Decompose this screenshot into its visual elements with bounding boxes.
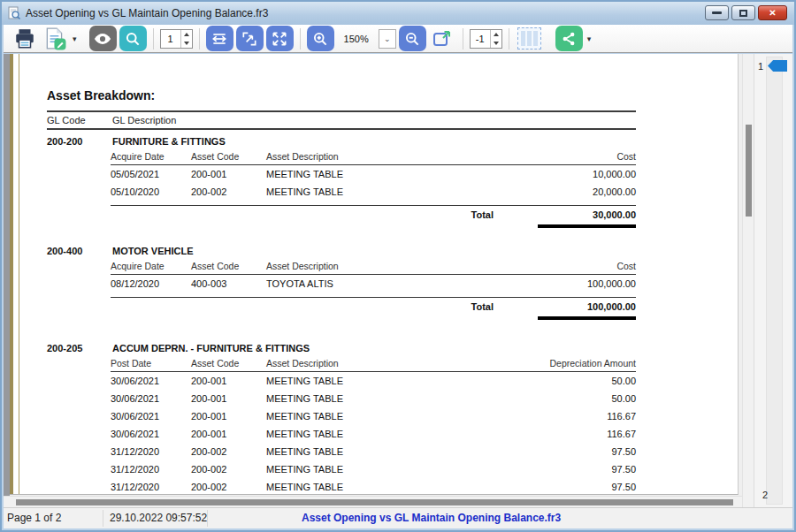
report-viewer-area[interactable]: Asset Breakdown: GL Code GL Description … [4,54,742,507]
share-dropdown-caret[interactable]: ▾ [587,34,592,43]
export-button[interactable] [41,26,68,51]
page-number-spinner[interactable]: 1 [160,29,193,49]
page-number-value: 1 [161,34,180,44]
table-row: 30/06/2021 200-001 MEETING TABLE 50.00 [111,390,636,407]
table-cell: TOYOTA ALTIS [266,275,521,293]
spin-down-icon[interactable] [181,39,192,48]
table-cell: 50.00 [521,390,636,407]
table-cell: 97.50 [521,478,636,495]
report-heading: Asset Breakdown: [47,88,636,103]
table-cell: 20,000.00 [521,183,636,201]
zoom-in-button[interactable] [307,26,334,51]
table-cell: 97.50 [521,460,636,478]
fit-page-button[interactable] [236,26,264,51]
expand-arrows-icon [271,30,288,48]
table-cell: 100,000.00 [521,275,636,293]
table-row: 30/06/2021 200-001 MEETING TABLE 50.00 [111,372,636,390]
table-cell: 30/06/2021 [111,407,191,425]
table-cell: 200-001 [191,425,266,443]
table-cell: 200-002 [191,460,266,478]
spin-down-icon[interactable] [491,39,501,48]
print-button[interactable] [11,26,38,51]
page-left-edge [10,54,13,494]
status-page-info: Page 1 of 2 [7,508,61,528]
shift-spin-buttons[interactable] [490,30,501,48]
page-outline-button[interactable] [516,26,543,51]
shift-value: -1 [471,34,490,44]
subtable-header-row: Post Date Asset Code Asset Description D… [111,357,636,372]
table-cell: MEETING TABLE [266,183,521,201]
vertical-scrollbar-thumb[interactable] [746,125,752,217]
report-preview-window: Asset Opening vs GL Maintain Opening Bal… [0,0,796,532]
page-number-spin-buttons[interactable] [180,30,192,48]
maximize-button[interactable] [731,5,755,20]
table-cell: 200-002 [191,183,266,201]
page-label-1: 1 [758,61,763,72]
export-document-icon [43,27,66,50]
table-row: 30/06/2021 200-001 MEETING TABLE 116.67 [111,425,636,443]
total-value: 30,000.00 [538,206,636,224]
status-filename: Asset Opening vs GL Maintain Opening Bal… [302,508,561,528]
column-header: Acquire Date [111,150,191,164]
table-cell: 50.00 [521,372,636,390]
find-button[interactable] [119,26,147,51]
column-header: Acquire Date [111,260,191,274]
share-button[interactable] [555,26,583,51]
total-label: Total [471,298,494,315]
eye-icon [93,29,112,49]
table-cell: 200-001 [191,407,266,425]
horizontal-scrollbar[interactable] [4,496,742,507]
table-row: 31/12/2020 200-002 MEETING TABLE 97.50 [111,443,636,460]
table-cell: MEETING TABLE [266,407,521,425]
gl-description: ACCUM DEPRN. - FURNITURE & FITTINGS [112,339,636,357]
table-cell: 31/12/2020 [111,478,191,495]
preview-eye-button[interactable] [89,26,117,51]
column-header: Asset Code [191,150,266,164]
minimize-button[interactable] [705,5,729,20]
titlebar[interactable]: Asset Opening vs GL Maintain Opening Bal… [2,2,794,25]
zoom-out-button[interactable] [399,26,426,51]
close-button[interactable]: ✕ [758,5,787,20]
zoom-dropdown-button[interactable]: ⌄ [379,29,396,49]
gl-code: 200-200 [47,133,112,150]
horizontal-scrollbar-thumb[interactable] [16,499,733,505]
table-cell: 116.67 [521,407,636,425]
spin-up-icon[interactable] [181,30,192,39]
column-header: Cost [521,150,636,164]
printer-icon [13,27,36,50]
export-dropdown-caret[interactable]: ▾ [73,34,77,43]
whole-page-button[interactable] [266,26,294,51]
table-cell: 30/06/2021 [111,372,191,390]
table-row: 31/12/2020 200-002 MEETING TABLE 97.50 [111,460,636,478]
page-navigator-track[interactable] [766,57,783,505]
spin-up-icon[interactable] [491,30,501,39]
gl-section: 200-400 MOTOR VEHICLE Acquire Date Asset… [47,242,636,320]
table-row: 05/10/2020 200-002 MEETING TABLE 20,000.… [111,183,636,201]
table-cell: 31/12/2020 [111,460,191,478]
column-header: Asset Code [191,357,266,371]
column-header: Post Date [111,357,191,371]
gl-header-row: GL Code GL Description [47,110,636,130]
resize-page-button[interactable] [429,26,456,51]
status-timestamp: 29.10.2022 09:57:52 [110,508,207,528]
page-outline-icon [517,27,541,49]
fit-width-button[interactable] [206,26,233,51]
table-row: 30/06/2021 200-001 MEETING TABLE 116.67 [111,407,636,425]
vertical-scrollbar[interactable] [742,54,754,507]
table-cell: MEETING TABLE [266,478,521,495]
table-cell: 05/05/2021 [111,165,191,183]
table-cell: MEETING TABLE [266,390,521,407]
gl-code: 200-205 [47,339,112,357]
table-cell: 10,000.00 [521,165,636,183]
total-label: Total [471,206,494,224]
page-navigator-strip[interactable]: 1 2 [754,54,792,507]
zoom-level-value: 150% [337,34,376,44]
table-cell: 200-002 [191,478,266,495]
table-cell: MEETING TABLE [266,443,521,460]
table-cell: MEETING TABLE [266,425,521,443]
search-icon [124,30,142,48]
shift-spinner[interactable]: -1 [470,29,502,49]
column-header: Asset Description [266,150,521,164]
column-header: Asset Description [266,357,521,371]
zoom-in-icon [311,30,329,48]
